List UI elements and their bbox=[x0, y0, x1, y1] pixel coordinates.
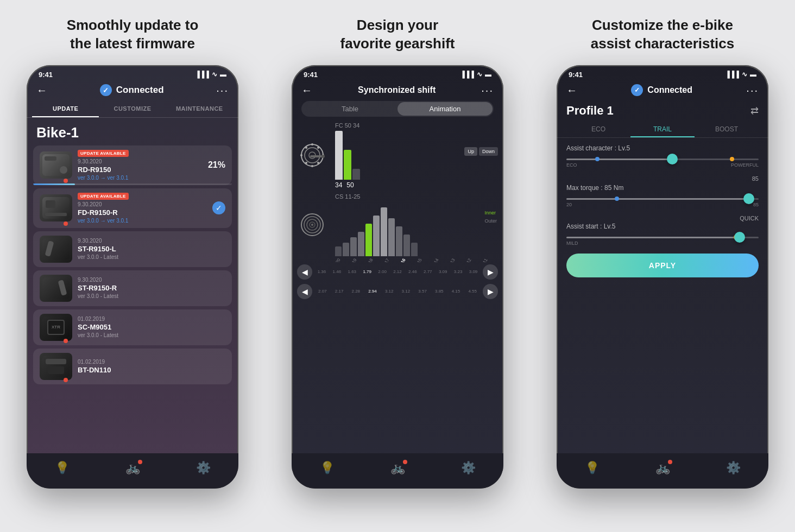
assist-start-track[interactable] bbox=[566, 237, 759, 238]
outer-label: Outer bbox=[484, 218, 497, 224]
back-button-2[interactable]: ← bbox=[301, 84, 312, 97]
comp-date-stl: 9.30.2020 bbox=[78, 238, 225, 244]
comp-version-fd: ver 3.0.0 → ver 3.0.1 bbox=[78, 218, 198, 224]
nav-light-icon-2[interactable]: 💡 bbox=[320, 461, 335, 475]
comp-date-str: 9.30.2020 bbox=[78, 277, 225, 283]
gear-num: 18 bbox=[365, 256, 377, 262]
comp-name-str: ST-R9150-R bbox=[78, 284, 225, 292]
back-button-1[interactable]: ← bbox=[36, 84, 47, 97]
assist-character-thumb[interactable] bbox=[667, 154, 678, 164]
panel2-title: Design yourfavorite gearshift bbox=[330, 16, 466, 53]
panel-gearshift: Design yourfavorite gearshift 9:41 ▐▐▐ ∿… bbox=[265, 0, 530, 532]
top-bar-3: ← ✓ Connected ··· bbox=[557, 81, 768, 101]
svg-rect-11 bbox=[310, 155, 323, 157]
list-item[interactable]: XTR 01.02.2019 SC-M9051 ver 3.0.0 - Late… bbox=[33, 309, 232, 345]
cassette-area: CS 11-25 Inner bbox=[292, 193, 503, 256]
assist-start-thumb[interactable] bbox=[734, 232, 745, 243]
more-menu-1[interactable]: ··· bbox=[216, 84, 229, 97]
sdot: 3.09 bbox=[436, 269, 450, 274]
bar-green-1 bbox=[344, 150, 351, 180]
nav-settings-icon[interactable]: ⚙️ bbox=[196, 461, 211, 475]
sdot-active: 2.94 bbox=[365, 289, 380, 294]
sdot: 3.09 bbox=[466, 269, 480, 274]
sdot: 2.77 bbox=[421, 269, 434, 274]
check-badge-1: ✓ bbox=[100, 84, 112, 96]
nav-settings-icon-3[interactable]: ⚙️ bbox=[726, 461, 741, 475]
top-bar-1: ← ✓ Connected ··· bbox=[27, 81, 238, 101]
scroll-dots-1: 1.36 1.46 1.63 1.79 2.00 2.12 2.46 2.77 … bbox=[315, 269, 480, 274]
mode-tab-trail[interactable]: TRAIL bbox=[630, 122, 695, 137]
lbar-2 bbox=[343, 243, 349, 256]
assist-start-min-label: MILD bbox=[566, 240, 578, 246]
comp-image-sc: XTR bbox=[40, 314, 72, 341]
lower-bars-area: CS 11-25 Inner bbox=[335, 193, 498, 256]
nav-light-icon-3[interactable]: 💡 bbox=[585, 461, 600, 475]
nav-bike-icon-2[interactable]: 🚲 bbox=[390, 461, 405, 475]
upper-bars-area: FC 50 34 Up Down 34 50 bbox=[335, 122, 498, 189]
component-list: UPDATE AVAILABLE 9.30.2020 RD-R9150 ver … bbox=[27, 145, 238, 384]
tab-maintenance[interactable]: MAINTENANCE bbox=[166, 101, 233, 117]
progress-bar-rd bbox=[33, 183, 232, 185]
down-button[interactable]: Down bbox=[479, 147, 498, 156]
max-torque-thumb[interactable] bbox=[743, 193, 754, 204]
nav-bike-icon-3[interactable]: 🚲 bbox=[655, 461, 670, 475]
sync-shift-title: Synchronized shift bbox=[358, 85, 436, 95]
signal-icon-3: ▐▐▐ bbox=[725, 71, 739, 78]
check-circle-fd: ✓ bbox=[212, 201, 225, 214]
bike-name: Bike-1 bbox=[27, 118, 238, 145]
scroll-left-2[interactable]: ◀ bbox=[297, 284, 312, 299]
max-torque-track[interactable] bbox=[566, 198, 759, 200]
comp-date-fd: 9.30.2020 bbox=[78, 201, 198, 207]
nav-settings-icon-2[interactable]: ⚙️ bbox=[461, 461, 476, 475]
mode-tabs: ECO TRAIL BOOST bbox=[557, 122, 768, 138]
comp-version-rd: ver 3.0.0 → ver 3.0.1 bbox=[78, 175, 198, 181]
mode-tab-eco[interactable]: ECO bbox=[566, 122, 630, 137]
nav-light-icon[interactable]: 💡 bbox=[55, 461, 70, 475]
sdot-active: 1.79 bbox=[361, 269, 374, 274]
inner-outer-labels: Inner Outer bbox=[484, 210, 497, 224]
inner-label: Inner bbox=[484, 210, 497, 216]
tab-customize[interactable]: CUSTOMIZE bbox=[99, 101, 166, 117]
list-item[interactable]: UPDATE AVAILABLE 9.30.2020 RD-R9150 ver … bbox=[33, 145, 232, 185]
comp-date-rd: 9.30.2020 bbox=[78, 159, 198, 164]
profile-swap-icon[interactable]: ⇄ bbox=[750, 105, 759, 117]
comp-date-bt: 01.02.2019 bbox=[78, 359, 225, 365]
list-item[interactable]: UPDATE AVAILABLE 9.30.2020 FD-R9150-R ve… bbox=[33, 188, 232, 228]
apply-button[interactable]: APPLY bbox=[566, 254, 759, 277]
lbar-green bbox=[365, 224, 372, 256]
scroll-left-1[interactable]: ◀ bbox=[297, 264, 312, 280]
panel-ebike: Customize the e-bikeassist characteristi… bbox=[530, 0, 795, 532]
svg-point-7 bbox=[311, 165, 313, 167]
tab-update[interactable]: UPDATE bbox=[32, 101, 99, 117]
lbar-1 bbox=[335, 246, 342, 256]
mode-tab-boost[interactable]: BOOST bbox=[695, 122, 759, 137]
scroll-row-1: ◀ 1.36 1.46 1.63 1.79 2.00 2.12 2.46 2.7… bbox=[292, 262, 503, 282]
up-button[interactable]: Up bbox=[464, 147, 477, 156]
assist-character-track[interactable] bbox=[566, 159, 759, 160]
more-menu-2[interactable]: ··· bbox=[481, 84, 494, 97]
svg-point-4 bbox=[317, 147, 319, 149]
back-button-3[interactable]: ← bbox=[566, 84, 577, 97]
nav-bike-icon[interactable]: 🚲 bbox=[125, 461, 140, 475]
tab-animation[interactable]: Animation bbox=[398, 102, 493, 116]
wifi-icon-2: ∿ bbox=[477, 71, 482, 78]
top-bar-2: ← Synchronized shift ··· bbox=[292, 81, 503, 101]
update-badge-fd: UPDATE AVAILABLE bbox=[78, 193, 129, 200]
connected-label-3: Connected bbox=[647, 85, 692, 95]
assist-char-dot-yellow bbox=[730, 157, 734, 161]
tab-table[interactable]: Table bbox=[302, 102, 398, 116]
lbar-4 bbox=[358, 232, 364, 256]
scroll-right-2[interactable]: ▶ bbox=[483, 284, 498, 299]
update-badge-rd: UPDATE AVAILABLE bbox=[78, 150, 129, 157]
sdot: 2.07 bbox=[315, 289, 330, 294]
list-item[interactable]: 9.30.2020 ST-R9150-L ver 3.0.0 - Latest bbox=[33, 231, 232, 267]
cassette-icon bbox=[297, 210, 327, 239]
max-torque-label: Max torque : 85 Nm bbox=[566, 184, 759, 192]
gear-num: 12 bbox=[463, 256, 475, 262]
list-item[interactable]: 01.02.2019 BT-DN110 bbox=[33, 349, 232, 384]
max-torque-labels: 20 85 bbox=[566, 202, 759, 207]
scroll-right-1[interactable]: ▶ bbox=[483, 264, 498, 280]
comp-info-rd: UPDATE AVAILABLE 9.30.2020 RD-R9150 ver … bbox=[78, 150, 198, 181]
more-menu-3[interactable]: ··· bbox=[746, 84, 759, 97]
list-item[interactable]: 9.30.2020 ST-R9150-R ver 3.0.0 - Latest bbox=[33, 270, 232, 306]
